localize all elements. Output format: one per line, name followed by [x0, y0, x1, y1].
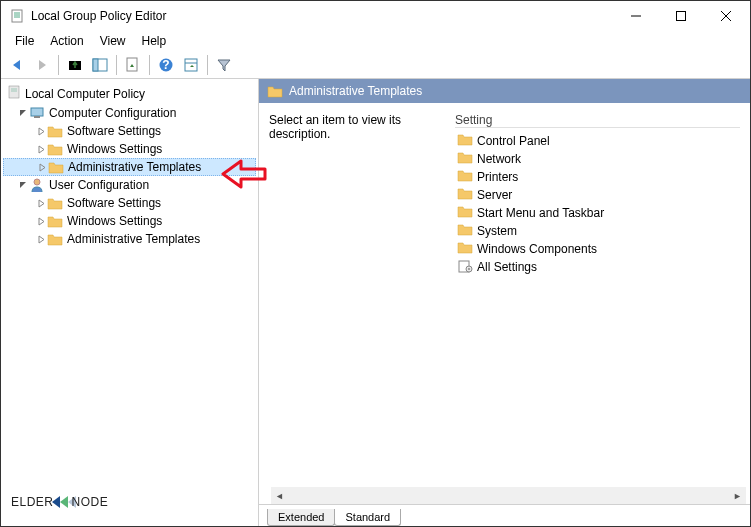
expand-icon[interactable] [17, 181, 29, 190]
expand-icon[interactable] [35, 199, 47, 208]
properties-button[interactable] [179, 53, 203, 77]
tab-standard[interactable]: Standard [334, 509, 401, 526]
tree-root-node[interactable]: Local Computer Policy [3, 83, 256, 104]
menu-view[interactable]: View [92, 32, 134, 50]
tree-label: Administrative Templates [67, 232, 200, 246]
scroll-left-icon[interactable]: ◄ [271, 487, 288, 504]
filter-button[interactable] [212, 53, 236, 77]
list-item-label: Server [477, 188, 512, 202]
scroll-right-icon[interactable]: ► [729, 487, 746, 504]
list-item-label: All Settings [477, 260, 537, 274]
watermark-logo: ELDER NODE [11, 488, 108, 516]
list-item-system[interactable]: System [455, 222, 740, 240]
expand-icon[interactable] [35, 235, 47, 244]
detail-body: Select an item to view its description. … [259, 103, 750, 504]
list-item-server[interactable]: Server [455, 186, 740, 204]
list-item-label: Network [477, 152, 521, 166]
tree-pane: Local Computer Policy Computer Configura… [1, 79, 259, 526]
settings-icon [457, 259, 473, 276]
tabs-bar: Extended Standard [259, 504, 750, 526]
folder-icon [457, 169, 473, 185]
svg-rect-0 [12, 10, 22, 22]
close-button[interactable] [703, 2, 748, 31]
maximize-button[interactable] [658, 2, 703, 31]
list-item-label: Control Panel [477, 134, 550, 148]
title-bar: Local Group Policy Editor [1, 1, 750, 31]
menu-file[interactable]: File [7, 32, 42, 50]
list-item-network[interactable]: Network [455, 150, 740, 168]
window-title: Local Group Policy Editor [31, 9, 613, 23]
toolbar-separator [149, 55, 150, 75]
menu-help[interactable]: Help [134, 32, 175, 50]
expand-icon[interactable] [17, 109, 29, 118]
help-button[interactable]: ? [154, 53, 178, 77]
list-item-control-panel[interactable]: Control Panel [455, 132, 740, 150]
list-item-printers[interactable]: Printers [455, 168, 740, 186]
tab-extended[interactable]: Extended [267, 509, 335, 526]
tree-node-user-windows[interactable]: Windows Settings [3, 212, 256, 230]
list-item-label: Windows Components [477, 242, 597, 256]
user-icon [29, 177, 45, 193]
expand-icon[interactable] [35, 217, 47, 226]
list-item-windows-components[interactable]: Windows Components [455, 240, 740, 258]
setting-column-header[interactable]: Setting [455, 113, 740, 128]
show-hide-tree-button[interactable] [88, 53, 112, 77]
folder-icon [47, 231, 63, 247]
list-item-all-settings[interactable]: All Settings [455, 258, 740, 276]
up-button[interactable] [63, 53, 87, 77]
description-column: Select an item to view its description. [269, 113, 439, 504]
horizontal-scrollbar[interactable]: ◄ ► [271, 487, 746, 504]
folder-icon [457, 133, 473, 149]
folder-icon [48, 159, 64, 175]
tree-label: Software Settings [67, 196, 161, 210]
minimize-button[interactable] [613, 2, 658, 31]
svg-rect-14 [185, 59, 197, 71]
tree-node-user-admin[interactable]: Administrative Templates [3, 230, 256, 248]
expand-icon[interactable] [36, 163, 48, 172]
svg-rect-10 [93, 59, 98, 71]
list-item-label: Start Menu and Taskbar [477, 206, 604, 220]
folder-icon [457, 241, 473, 257]
refresh-button[interactable] [121, 53, 145, 77]
folder-icon [267, 83, 283, 99]
tree-label: Windows Settings [67, 214, 162, 228]
expand-icon[interactable] [35, 127, 47, 136]
svg-rect-20 [34, 116, 40, 118]
tree-root-label: Local Computer Policy [25, 87, 145, 101]
menu-bar: File Action View Help [1, 31, 750, 51]
forward-button[interactable] [30, 53, 54, 77]
folder-icon [457, 205, 473, 221]
list-item-label: System [477, 224, 517, 238]
detail-pane: Administrative Templates Select an item … [259, 79, 750, 526]
detail-header-label: Administrative Templates [289, 84, 422, 98]
folder-icon [457, 223, 473, 239]
list-item-start-menu[interactable]: Start Menu and Taskbar [455, 204, 740, 222]
expand-icon[interactable] [35, 145, 47, 154]
detail-header: Administrative Templates [259, 79, 750, 103]
svg-point-24 [468, 268, 470, 270]
svg-text:?: ? [162, 58, 169, 72]
tree-node-software-settings[interactable]: Software Settings [3, 122, 256, 140]
folder-icon [457, 151, 473, 167]
tree-node-computer-config[interactable]: Computer Configuration [3, 104, 256, 122]
folder-icon [47, 141, 63, 157]
toolbar-separator [116, 55, 117, 75]
annotation-arrow-icon [219, 157, 269, 194]
tree-label: User Configuration [49, 178, 149, 192]
tree-node-windows-settings[interactable]: Windows Settings [3, 140, 256, 158]
tree-label: Windows Settings [67, 142, 162, 156]
folder-icon [457, 187, 473, 203]
svg-point-21 [34, 179, 40, 185]
menu-action[interactable]: Action [42, 32, 91, 50]
tree-label: Administrative Templates [68, 160, 201, 174]
folder-icon [47, 195, 63, 211]
watermark-text-a: ELDER [11, 495, 54, 509]
back-button[interactable] [5, 53, 29, 77]
computer-icon [29, 105, 45, 121]
description-text: Select an item to view its description. [269, 113, 401, 141]
folder-icon [47, 213, 63, 229]
toolbar-separator [58, 55, 59, 75]
svg-rect-16 [9, 86, 19, 98]
tree-node-user-software[interactable]: Software Settings [3, 194, 256, 212]
tree-label: Software Settings [67, 124, 161, 138]
